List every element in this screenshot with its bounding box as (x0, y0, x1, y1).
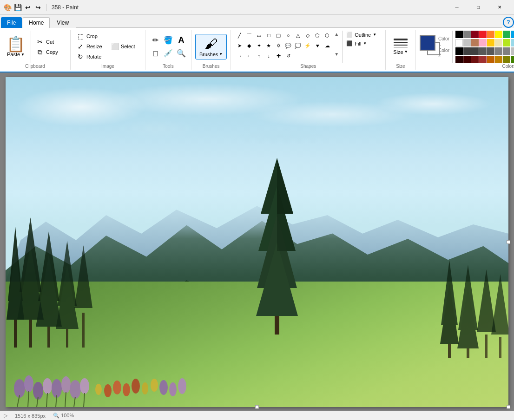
color-r4-4[interactable] (479, 56, 487, 63)
eraser-button[interactable]: ◻ (149, 47, 161, 59)
hexagon[interactable]: ⬡ (323, 31, 332, 40)
canvas-resize-handle[interactable] (507, 405, 510, 409)
outline-label: Outline (355, 32, 371, 38)
star6[interactable]: ✡ (274, 41, 283, 50)
color-yellow[interactable] (495, 31, 502, 38)
tab-file[interactable]: File (1, 17, 22, 28)
arrow-4way[interactable]: ✚ (274, 51, 283, 60)
color-picker-button[interactable]: 💉 (162, 47, 174, 59)
close-button[interactable]: ✕ (489, 0, 510, 15)
star5[interactable]: ★ (264, 41, 273, 50)
diamond[interactable]: ◇ (303, 31, 312, 40)
canvas-painting[interactable] (6, 77, 508, 407)
color-brown[interactable] (471, 39, 479, 46)
color-pink[interactable] (479, 39, 487, 46)
shapes-scroll-up[interactable]: ▲ (334, 32, 339, 37)
size-group-content: Size ▼ (389, 31, 411, 69)
pentagon[interactable]: ⬠ (313, 31, 322, 40)
color-r4-7[interactable] (503, 56, 510, 63)
fill-button[interactable]: 🪣 (162, 34, 174, 46)
color-r3-7[interactable] (503, 47, 510, 55)
ellipse[interactable]: ○ (283, 31, 293, 40)
color-white[interactable] (455, 39, 463, 46)
shapes-scroll-down[interactable]: ▼ (334, 52, 339, 57)
rect-shape[interactable]: ▭ (254, 31, 264, 40)
wildflowers (6, 314, 191, 407)
color-sky[interactable] (511, 39, 514, 46)
pencil-button[interactable]: ✏ (149, 34, 161, 46)
canvas-area[interactable] (0, 72, 514, 411)
brushes-button[interactable]: 🖌 Brushes ▼ (195, 34, 227, 59)
minimize-button[interactable]: ─ (446, 0, 468, 15)
color1-swatch[interactable] (420, 35, 435, 51)
color-r3-4[interactable] (479, 47, 487, 55)
color-r3-8[interactable] (511, 47, 514, 55)
canvas-right-handle[interactable] (507, 240, 510, 244)
cloud[interactable]: ☁ (323, 41, 332, 50)
crop-button[interactable]: ⬚ Crop (74, 32, 107, 41)
callout-rect[interactable]: 💬 (283, 41, 293, 50)
fill-shape-button[interactable]: ⬛ Fill ▼ (344, 39, 382, 47)
line-shape[interactable]: ╱ (235, 31, 244, 40)
rect-outline[interactable]: □ (264, 31, 273, 40)
color-r4-3[interactable] (471, 56, 479, 63)
color-green[interactable] (503, 31, 510, 38)
triangle[interactable]: △ (293, 31, 303, 40)
callout-oval[interactable]: 💭 (293, 41, 303, 50)
copy-button[interactable]: ⧉ Copy (34, 47, 66, 57)
color-dark-gray[interactable] (463, 31, 471, 38)
text-button[interactable]: A (175, 34, 187, 46)
arrow-up[interactable]: ↑ (254, 51, 264, 60)
star4[interactable]: ✦ (254, 41, 264, 50)
curved-arrow[interactable]: ↺ (283, 51, 293, 60)
help-button[interactable]: ? (503, 17, 514, 28)
paste-button[interactable]: 📋 Paste ▼ (4, 35, 28, 59)
resize-button[interactable]: ⤢ Resize (74, 42, 107, 51)
cut-button[interactable]: ✂ Cut (34, 37, 66, 46)
color-r3-2[interactable] (463, 47, 471, 55)
size-button[interactable]: Size ▼ (389, 36, 411, 58)
curve-shape[interactable]: ⌒ (244, 31, 254, 40)
rotate-button[interactable]: ↻ Rotate (74, 52, 107, 61)
color-r3-1[interactable] (455, 47, 463, 55)
color-light-gray[interactable] (463, 39, 471, 46)
color-cream[interactable] (495, 39, 502, 46)
magnifier-button[interactable]: 🔍 (175, 47, 187, 59)
color-red[interactable] (479, 31, 487, 38)
save-icon[interactable]: 💾 (14, 4, 21, 11)
color-dark-red[interactable] (471, 31, 479, 38)
arrow-left[interactable]: ← (244, 51, 254, 60)
redo-icon[interactable]: ↪ (34, 4, 42, 11)
color-r3-5[interactable] (487, 47, 494, 55)
diamond2[interactable]: ◆ (244, 41, 254, 50)
svg-line-46 (46, 393, 47, 407)
select-button[interactable]: ⬜ Select (109, 42, 141, 51)
maximize-button[interactable]: □ (468, 0, 489, 15)
rotate-icon: ↻ (76, 53, 85, 60)
tab-view[interactable]: View (51, 17, 75, 28)
color-r4-8[interactable] (511, 56, 514, 63)
arrow-down[interactable]: ↓ (264, 51, 273, 60)
color-orange[interactable] (487, 31, 494, 38)
outline-button[interactable]: ⬜ Outline ▼ (344, 31, 382, 39)
arrow-right2[interactable]: → (235, 51, 244, 60)
color-r4-6[interactable] (495, 56, 502, 63)
tab-home[interactable]: Home (23, 17, 50, 28)
svg-point-53 (123, 383, 130, 396)
undo-icon[interactable]: ↩ (24, 4, 32, 11)
color-r3-6[interactable] (495, 47, 502, 55)
lightning[interactable]: ⚡ (303, 41, 312, 50)
color-lime[interactable] (503, 39, 510, 46)
color-gold[interactable] (487, 39, 494, 46)
right-arrow[interactable]: ➤ (235, 41, 244, 50)
heart[interactable]: ♥ (313, 41, 322, 50)
color-black[interactable] (455, 31, 463, 38)
title-bar-left: 🎨 💾 ↩ ↪ 358 - Paint (4, 4, 79, 11)
color-r4-1[interactable] (455, 56, 463, 63)
color-r4-2[interactable] (463, 56, 471, 63)
color-r3-3[interactable] (471, 47, 479, 55)
round-rect[interactable]: ▢ (274, 31, 283, 40)
canvas-bottom-handle[interactable] (255, 405, 259, 409)
color-blue[interactable] (511, 31, 514, 38)
color-r4-5[interactable] (487, 56, 494, 63)
